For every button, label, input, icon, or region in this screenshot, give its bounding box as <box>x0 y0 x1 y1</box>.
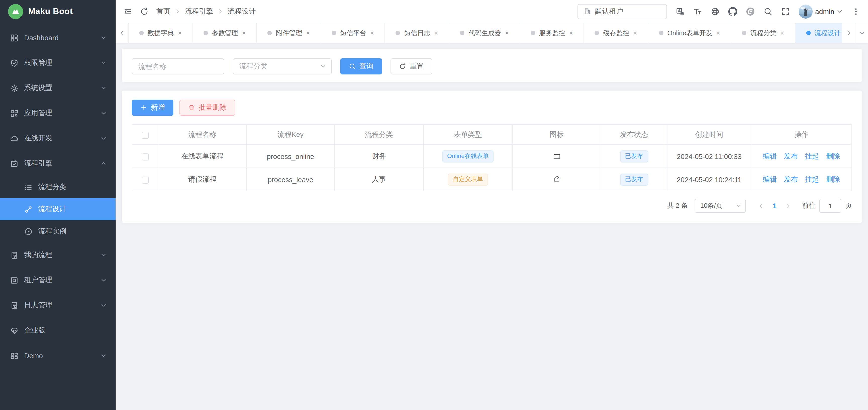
tab-label: 参数管理 <box>212 28 238 37</box>
delete-link[interactable]: 删除 <box>826 175 840 183</box>
tab-data-dictionary[interactable]: 数据字典× <box>129 23 193 43</box>
edit-link[interactable]: 编辑 <box>763 152 777 160</box>
tenant-select[interactable]: 默认租户 <box>578 4 667 19</box>
tenant-icon <box>10 276 19 285</box>
page-content: 流程分类 查询 重置 新增 <box>116 43 868 410</box>
chevron-left-icon <box>119 30 125 36</box>
publish-link[interactable]: 发布 <box>784 152 798 160</box>
sidebar-item-enterprise[interactable]: 企业版 <box>0 318 116 343</box>
edit-link[interactable]: 编辑 <box>763 175 777 183</box>
sidebar-collapse-icon[interactable] <box>123 7 132 16</box>
translate-icon[interactable] <box>676 7 685 16</box>
close-icon[interactable]: × <box>569 30 573 36</box>
top-bar-right: 默认租户 admin <box>578 4 861 19</box>
gitee-icon[interactable] <box>746 7 755 16</box>
tab-dot <box>203 31 208 35</box>
sidebar-item-label: 企业版 <box>24 326 106 335</box>
close-icon[interactable]: × <box>780 30 784 36</box>
tabs-scroll-right[interactable] <box>842 23 855 43</box>
app-logo[interactable]: Maku Boot <box>0 0 116 23</box>
tab-sms-log[interactable]: 短信日志× <box>385 23 449 43</box>
sidebar-item-app-management[interactable]: 应用管理 <box>0 100 116 126</box>
goto-page-input[interactable] <box>819 199 841 213</box>
sidebar-item-flow-category[interactable]: 流程分类 <box>0 176 116 198</box>
sidebar-item-permissions[interactable]: 权限管理 <box>0 50 116 76</box>
tab-dot <box>595 31 599 35</box>
cell-flow-category: 人事 <box>335 168 424 191</box>
table-row: 在线表单流程 process_online 财务 Online在线表单 已发布 … <box>132 145 852 168</box>
page-number[interactable]: 1 <box>769 202 780 210</box>
page-size-select[interactable]: 10条/页 <box>694 199 746 213</box>
sidebar-item-label: 流程引擎 <box>24 159 95 168</box>
select-all-checkbox[interactable] <box>142 131 149 139</box>
sidebar-item-system-settings[interactable]: 系统设置 <box>0 76 116 100</box>
close-icon[interactable]: × <box>370 30 374 36</box>
tab-code-generator[interactable]: 代码生成器× <box>449 23 520 43</box>
breadcrumb-home[interactable]: 首页 <box>156 7 170 16</box>
fullscreen-icon[interactable] <box>781 7 790 16</box>
sidebar-item-label: 我的流程 <box>24 251 95 260</box>
tab-label: 流程设计 <box>814 28 841 37</box>
breadcrumb-current: 流程设计 <box>228 7 256 16</box>
kebab-menu-icon[interactable] <box>851 7 861 16</box>
row-checkbox[interactable] <box>142 176 149 183</box>
flow-category-select[interactable]: 流程分类 <box>233 58 332 75</box>
suspend-link[interactable]: 挂起 <box>805 152 819 160</box>
sidebar-item-flow-design[interactable]: 流程设计 <box>0 198 116 221</box>
tab-parameter-management[interactable]: 参数管理× <box>193 23 257 43</box>
publish-link[interactable]: 发布 <box>784 175 798 183</box>
globe-icon[interactable] <box>711 7 720 16</box>
tab-flow-category[interactable]: 流程分类× <box>731 23 795 43</box>
cell-flow-key: process_online <box>247 145 335 168</box>
tab-label: 服务监控 <box>539 28 565 37</box>
sidebar-item-log-management[interactable]: 日志管理 <box>0 293 116 318</box>
prev-page-button[interactable] <box>755 199 767 213</box>
close-icon[interactable]: × <box>306 30 310 36</box>
breadcrumb-flow-engine[interactable]: 流程引擎 <box>185 7 213 16</box>
sidebar-item-flow-instance[interactable]: 流程实例 <box>0 221 116 242</box>
form-icon <box>553 152 561 160</box>
sidebar-item-my-flows[interactable]: 我的流程 <box>0 242 116 268</box>
refresh-icon[interactable] <box>140 7 149 16</box>
column-header: 流程名称 <box>158 124 247 145</box>
tab-cache-monitor[interactable]: 缓存监控× <box>584 23 648 43</box>
tab-sms-platform[interactable]: 短信平台× <box>321 23 385 43</box>
search-icon[interactable] <box>764 7 773 16</box>
github-icon[interactable] <box>728 7 737 16</box>
suspend-link[interactable]: 挂起 <box>805 175 819 183</box>
tab-online-form-dev[interactable]: Online表单开发× <box>648 23 731 43</box>
logo-icon <box>8 4 23 19</box>
sidebar-item-demo[interactable]: Demo <box>0 343 116 368</box>
form-type-tag: Online在线表单 <box>442 150 494 162</box>
sidebar-item-flow-engine[interactable]: 流程引擎 <box>0 151 116 176</box>
flow-table: 流程名称 流程Key 流程分类 表单类型 图标 发布状态 创建时间 操作 <box>132 124 852 191</box>
tabs-scroll-left[interactable] <box>116 23 129 43</box>
close-icon[interactable]: × <box>178 30 182 36</box>
reset-button[interactable]: 重置 <box>391 58 432 75</box>
row-checkbox[interactable] <box>142 153 149 160</box>
filter-card: 流程分类 查询 重置 <box>122 49 862 82</box>
tab-attachment-management[interactable]: 附件管理× <box>257 23 321 43</box>
tab-flow-design[interactable]: 流程设计× <box>795 23 842 43</box>
tab-label: 流程分类 <box>750 28 777 37</box>
close-icon[interactable]: × <box>242 30 246 36</box>
font-size-icon[interactable] <box>693 7 702 16</box>
close-icon[interactable]: × <box>633 30 637 36</box>
close-icon[interactable]: × <box>716 30 720 36</box>
breadcrumb-separator-icon <box>175 8 180 14</box>
add-button[interactable]: 新增 <box>132 99 174 116</box>
sidebar-item-tenant-management[interactable]: 租户管理 <box>0 268 116 293</box>
next-page-button[interactable] <box>782 199 794 213</box>
cell-created-time: 2024-05-02 10:24:11 <box>667 168 751 191</box>
tab-service-monitor[interactable]: 服务监控× <box>520 23 584 43</box>
user-menu[interactable]: admin <box>799 4 843 18</box>
close-icon[interactable]: × <box>505 30 509 36</box>
tabs-dropdown[interactable] <box>855 23 868 43</box>
batch-delete-button[interactable]: 批量删除 <box>180 99 235 116</box>
sidebar-item-dashboard[interactable]: Dashboard <box>0 25 116 50</box>
delete-link[interactable]: 删除 <box>826 152 840 160</box>
close-icon[interactable]: × <box>434 30 438 36</box>
sidebar-item-online-dev[interactable]: 在线开发 <box>0 126 116 151</box>
search-button[interactable]: 查询 <box>340 58 382 75</box>
flow-name-input[interactable] <box>132 58 224 75</box>
